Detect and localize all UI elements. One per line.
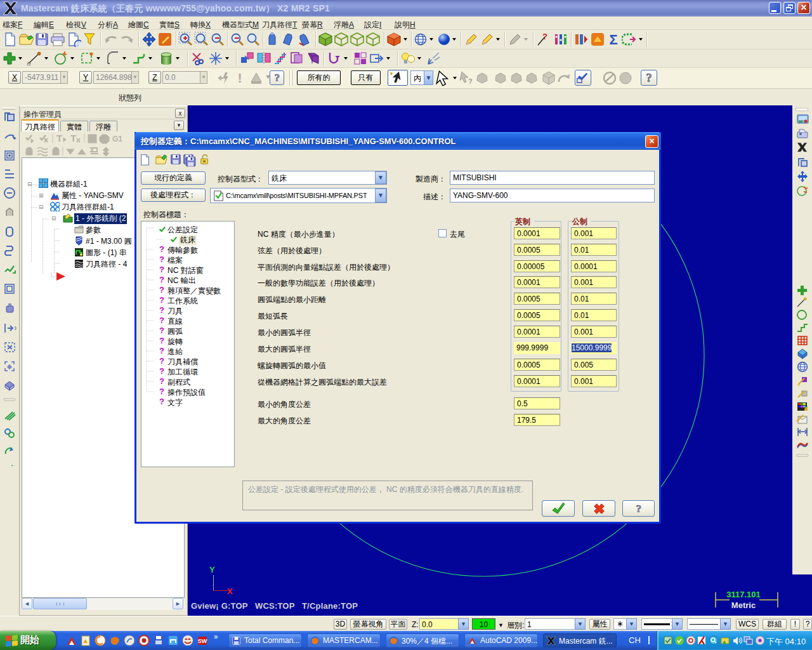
svg-text:?: ? xyxy=(468,77,473,85)
svg-text:T: T xyxy=(56,133,62,143)
svg-text:SW: SW xyxy=(198,638,207,644)
svg-text:!: ! xyxy=(238,71,242,85)
svg-text:G1: G1 xyxy=(112,135,122,143)
svg-text:Σ: Σ xyxy=(609,32,617,47)
svg-text:T: T xyxy=(70,133,76,143)
svg-text:?: ? xyxy=(542,32,547,41)
